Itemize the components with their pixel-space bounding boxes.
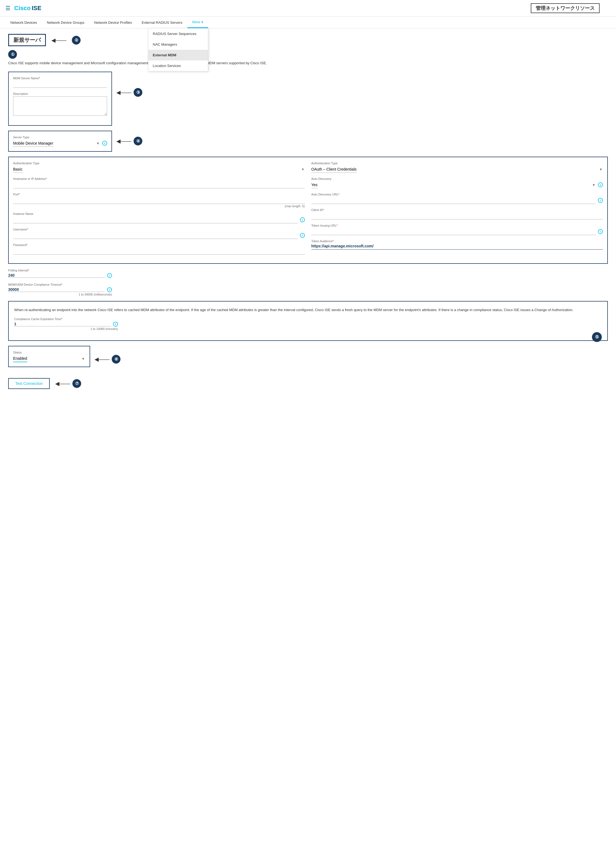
logo-ise: ISE [32, 5, 41, 12]
badge-2: ② [72, 36, 80, 45]
polling-section: Polling Interval* 240 i [8, 269, 608, 278]
badge7-annotation: ◀—— ⑦ [55, 379, 81, 388]
auto-discovery-url-label: Auto Discovery URL* [312, 193, 603, 196]
server-type-section: Server Type Mobile Device Manager i [8, 131, 112, 152]
cache-row: 1 i [14, 322, 118, 327]
test-connection-button[interactable]: Test Connection [8, 378, 50, 389]
new-server-title: 新規サーバ [8, 34, 46, 46]
cache-info-icon[interactable]: i [113, 322, 118, 327]
right-auth-type-select[interactable]: OAuth – Client Credentials [312, 166, 357, 173]
token-issuing-url-info-icon[interactable]: i [598, 229, 603, 234]
token-audience-value-row: https://api.manage.microsoft.com/ [312, 244, 603, 250]
nav-network-device-groups[interactable]: Network Device Groups [42, 17, 90, 28]
left-auth-column: Authentication Type Basic Hostname or IP… [13, 162, 305, 259]
status-select[interactable]: Enabled [13, 355, 27, 362]
compliance-text: When re-authenticating an endpoint into … [14, 307, 602, 313]
token-audience-group: Token Audience* https://api.manage.micro… [312, 240, 603, 250]
auto-discovery-url-info-icon[interactable]: i [598, 198, 603, 203]
polling-label: Polling Interval* [8, 269, 112, 272]
client-id-group: Client ID* [312, 208, 603, 220]
token-issuing-url-label: Token Issuing URL* [312, 224, 603, 227]
auto-discovery-info-icon[interactable]: i [598, 183, 603, 187]
badge-1: ① [8, 50, 17, 59]
status-label: Status [13, 351, 85, 354]
port-group: Port* (max length: 5) [13, 193, 305, 208]
auto-discovery-group: Auto Discovery Yes i [312, 177, 603, 188]
description-textarea[interactable] [13, 96, 107, 116]
port-label: Port* [13, 193, 305, 196]
server-type-info-icon[interactable]: i [102, 141, 107, 146]
cache-value-wrapper: 1 [14, 322, 111, 326]
token-audience-value: https://api.manage.microsoft.com/ [312, 244, 374, 248]
auto-discovery-url-input[interactable] [312, 197, 596, 204]
status-area: Status Enabled ◀—— ⑥ [8, 346, 608, 373]
instance-name-label: Instance Name [13, 212, 305, 215]
port-hint: (max length: 5) [13, 204, 305, 208]
cache-group: Compliance Cache Expiration Time* 1 i 1 … [14, 317, 118, 331]
compliance-timeout-group: MDM/UEM Device Compliance Timeout* 30000… [8, 283, 112, 296]
auto-discovery-label: Auto Discovery [312, 177, 603, 180]
left-auth-type-select[interactable]: Basic [13, 166, 23, 173]
password-group: Password* [13, 243, 305, 255]
dropdown-nac-managers[interactable]: NAC Managers [148, 39, 208, 50]
username-input[interactable] [13, 232, 298, 239]
polling-value-wrapper: 240 [8, 273, 105, 278]
hostname-group: Hostname or IP Address* [13, 177, 305, 188]
cache-label: Compliance Cache Expiration Time* [14, 317, 118, 321]
cache-value: 1 [14, 322, 111, 326]
dropdown-external-mdm[interactable]: External MDM [148, 50, 208, 60]
server-type-select[interactable]: Mobile Device Manager [13, 140, 54, 147]
username-label: Username* [13, 228, 305, 231]
left-auth-type-group: Authentication Type Basic [13, 162, 305, 173]
compliance-timeout-row: 30000 i [8, 287, 112, 292]
right-auth-type-group: Authentication Type OAuth – Client Crede… [312, 162, 603, 173]
polling-row: 240 i [8, 273, 112, 278]
badge6-annotation: ◀—— ⑥ [94, 355, 120, 364]
hamburger-icon[interactable]: ☰ [5, 5, 10, 11]
page-heading-row: 新規サーバ ◀—— ② [8, 34, 608, 46]
auto-discovery-row: Yes i [312, 181, 603, 188]
token-issuing-url-input[interactable] [312, 228, 596, 235]
polling-info-icon[interactable]: i [107, 273, 112, 278]
status-section: Status Enabled [8, 346, 90, 367]
right-auth-type-label: Authentication Type [312, 162, 603, 165]
token-issuing-url-row: i [312, 228, 603, 235]
right-auth-type-select-wrapper: OAuth – Client Credentials [312, 166, 603, 173]
compliance-timeout-info-icon[interactable]: i [107, 287, 112, 292]
password-input[interactable] [13, 248, 305, 255]
dropdown-location-services[interactable]: Location Services [148, 60, 208, 71]
description-label: Description [13, 92, 107, 95]
badge1-annotation: ① [8, 50, 608, 59]
instance-name-info-icon[interactable]: i [300, 217, 305, 222]
status-select-wrapper: Enabled [13, 355, 85, 362]
nav-bar: Network Devices Network Device Groups Ne… [0, 17, 616, 28]
dropdown-radius-sequences[interactable]: RADIUS Server Sequences [148, 28, 208, 39]
nav-network-devices[interactable]: Network Devices [5, 17, 42, 28]
logo-cisco: Cisco [14, 5, 31, 12]
password-label: Password* [13, 243, 305, 247]
compliance-timeout-label: MDM/UEM Device Compliance Timeout* [8, 283, 112, 286]
port-input[interactable] [13, 197, 305, 204]
basic-form-section: MDM Server Name* Description [8, 72, 112, 126]
username-info-icon[interactable]: i [300, 233, 305, 238]
basic-form-area: MDM Server Name* Description ◀—— ③ [8, 72, 608, 131]
instance-name-input[interactable] [13, 217, 298, 223]
nav-network-device-profiles[interactable]: Network Device Profiles [90, 17, 137, 28]
auto-discovery-select[interactable]: Yes [312, 181, 318, 188]
left-auth-type-label: Authentication Type [13, 162, 305, 165]
nav-external-radius-servers[interactable]: External RADIUS Servers [137, 17, 187, 28]
hostname-input[interactable] [13, 181, 305, 188]
server-type-area: Server Type Mobile Device Manager i ◀—— … [8, 131, 608, 152]
left-auth-type-select-wrapper: Basic [13, 166, 305, 173]
client-id-input[interactable] [312, 213, 603, 220]
chevron-down-icon: ▾ [201, 20, 203, 24]
compliance-timeout-value-wrapper: 30000 [8, 287, 105, 292]
compliance-timeout-section: MDM/UEM Device Compliance Timeout* 30000… [8, 283, 608, 296]
auto-discovery-url-row: i [312, 197, 603, 204]
nav-more-label: More [192, 20, 201, 24]
nav-more-button[interactable]: More ▾ [187, 17, 208, 28]
mdm-server-name-input[interactable] [13, 81, 107, 88]
compliance-timeout-value: 30000 [8, 287, 105, 292]
polling-value: 240 [8, 273, 105, 277]
client-id-label: Client ID* [312, 208, 603, 212]
